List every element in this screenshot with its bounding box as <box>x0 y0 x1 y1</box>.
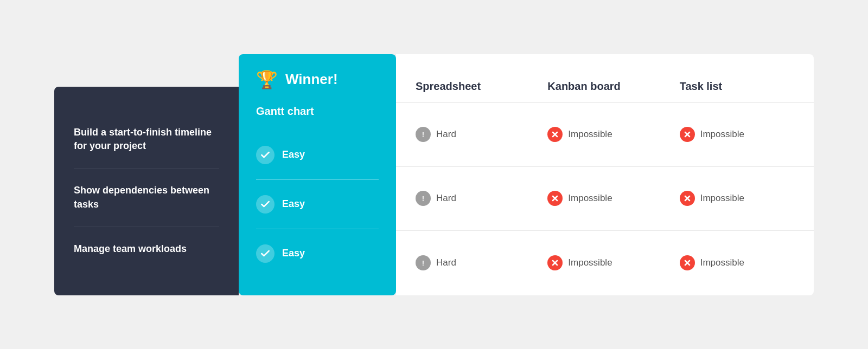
cell-2-0: ! Hard <box>407 255 539 270</box>
check-circle-2 <box>256 244 275 263</box>
cell-2-1: Impossible <box>539 255 671 270</box>
impossible-icon-1-2 <box>680 191 695 206</box>
cell-2-2: Impossible <box>671 255 803 270</box>
cell-0-1: Impossible <box>539 127 671 142</box>
gantt-row-2: Easy <box>256 229 379 278</box>
gantt-row-0: Easy <box>256 131 379 180</box>
cell-text-0-0: Hard <box>436 129 456 140</box>
feature-item-2: Manage team workloads <box>74 227 219 271</box>
cell-0-2: Impossible <box>671 127 803 142</box>
cell-0-0: ! Hard <box>407 127 539 142</box>
col-header-0: Spreadsheet <box>407 80 539 93</box>
impossible-icon-0-2 <box>680 127 695 142</box>
hard-icon-2-0: ! <box>416 255 431 270</box>
table-header: SpreadsheetKanban boardTask list <box>396 54 814 103</box>
check-circle-0 <box>256 146 275 164</box>
feature-item-0: Build a start-to-finish timeline for you… <box>74 111 219 169</box>
gantt-title: Gantt chart <box>256 105 379 118</box>
cell-1-2: Impossible <box>671 191 803 206</box>
easy-label-2: Easy <box>282 248 305 259</box>
cell-text-2-2: Impossible <box>700 257 744 268</box>
easy-label-0: Easy <box>282 149 305 160</box>
impossible-icon-2-1 <box>547 255 563 270</box>
cell-text-1-2: Impossible <box>700 193 744 204</box>
gantt-rows: Easy Easy Easy <box>256 131 379 278</box>
winner-label: Winner! <box>285 71 338 88</box>
cell-text-1-1: Impossible <box>568 193 612 204</box>
gantt-row-1: Easy <box>256 180 379 229</box>
table-row-0: ! Hard Impossible Impossible <box>396 103 814 167</box>
cell-text-0-1: Impossible <box>568 129 612 140</box>
col-header-2: Task list <box>671 80 803 93</box>
easy-label-1: Easy <box>282 198 305 210</box>
cell-text-0-2: Impossible <box>700 129 744 140</box>
hard-icon-1-0: ! <box>416 191 431 206</box>
hard-icon-0-0: ! <box>416 127 431 142</box>
check-circle-1 <box>256 195 275 214</box>
col-header-1: Kanban board <box>539 80 671 93</box>
trophy-icon: 🏆 <box>256 69 278 90</box>
cell-1-1: Impossible <box>539 191 671 206</box>
gantt-panel: 🏆 Winner! Gantt chart Easy Easy Easy <box>239 54 396 295</box>
cell-text-2-1: Impossible <box>568 257 612 268</box>
impossible-icon-2-2 <box>680 255 695 270</box>
impossible-icon-0-1 <box>547 127 563 142</box>
cell-text-1-0: Hard <box>436 193 456 204</box>
main-container: Build a start-to-finish timeline for you… <box>54 54 814 295</box>
winner-header: 🏆 Winner! <box>256 69 379 90</box>
cell-1-0: ! Hard <box>407 191 539 206</box>
feature-item-1: Show dependencies between tasks <box>74 169 219 227</box>
table-row-2: ! Hard Impossible Impossible <box>396 231 814 295</box>
comparison-table: SpreadsheetKanban boardTask list ! Hard … <box>396 54 814 295</box>
cell-text-2-0: Hard <box>436 257 456 268</box>
impossible-icon-1-1 <box>547 191 563 206</box>
table-body: ! Hard Impossible Impossible ! Hard <box>396 103 814 295</box>
table-row-1: ! Hard Impossible Impossible <box>396 167 814 231</box>
left-panel: Build a start-to-finish timeline for you… <box>54 87 239 295</box>
